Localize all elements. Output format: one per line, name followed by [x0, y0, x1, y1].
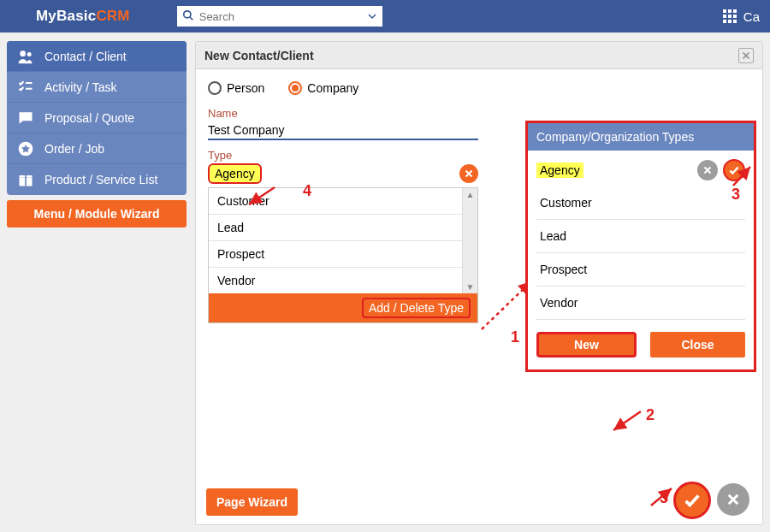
users-icon — [17, 48, 34, 65]
menu-module-wizard-button[interactable]: Menu / Module Wizard — [7, 200, 187, 228]
type-dropdown: Customer Lead Prospect Vendor ▲ ▼ Add / … — [208, 187, 478, 323]
svg-line-1 — [189, 17, 192, 21]
radio-icon — [208, 81, 222, 95]
sidebar-item-label: Activity / Task — [44, 80, 117, 94]
radio-company-label: Company — [307, 81, 358, 95]
search-input[interactable] — [177, 6, 382, 27]
types-popup-item[interactable]: Prospect — [536, 253, 745, 287]
radio-person-label: Person — [227, 81, 264, 95]
search-icon — [182, 9, 194, 24]
type-dropdown-list: Customer Lead Prospect Vendor — [209, 188, 462, 293]
close-icon — [702, 165, 713, 175]
sidebar-item-label: Proposal / Quote — [44, 111, 134, 125]
add-delete-type-button[interactable]: Add / Delete Type — [209, 293, 477, 322]
sidebar-item-activity[interactable]: Activity / Task — [7, 72, 187, 103]
radio-icon — [288, 81, 302, 95]
dropdown-item[interactable]: Customer — [209, 188, 462, 215]
arrow-annotation-5 — [648, 483, 677, 509]
form-body: Person Company Name Type Agency — [196, 69, 762, 375]
types-popup-item[interactable]: Vendor — [536, 287, 745, 320]
svg-point-2 — [20, 50, 26, 56]
types-close-button[interactable]: Close — [650, 332, 745, 358]
app-logo: MyBasicCRM — [36, 8, 130, 25]
close-icon — [726, 492, 741, 507]
global-search[interactable] — [177, 6, 382, 27]
topbar-right: Ca — [723, 9, 760, 24]
chevron-down-icon[interactable] — [367, 10, 377, 24]
types-popup-item[interactable]: Customer — [536, 186, 745, 220]
annotation-1: 1 — [511, 328, 519, 346]
entity-type-radio-group: Person Company — [208, 81, 750, 95]
apps-grid-icon[interactable] — [723, 9, 737, 23]
checklist-icon — [17, 79, 34, 96]
svg-point-3 — [27, 52, 32, 56]
triangle-down-icon: ▼ — [466, 282, 475, 292]
sidebar-item-product[interactable]: Product / Service List — [7, 164, 187, 195]
types-popup-item[interactable]: Lead — [536, 220, 745, 253]
form-header: New Contact/Client — [196, 42, 762, 69]
left-sidebar: Contact / Client Activity / Task Proposa… — [0, 33, 193, 532]
types-new-button[interactable]: New — [536, 332, 637, 358]
add-delete-type-label: Add / Delete Type — [362, 298, 471, 318]
dropdown-scrollbar[interactable]: ▲ ▼ — [462, 188, 477, 293]
main-panel: New Contact/Client Person Company Name T… — [195, 41, 763, 525]
name-input[interactable] — [208, 121, 478, 140]
page-wizard-button[interactable]: Page Wizard — [206, 488, 298, 516]
gift-icon — [17, 171, 34, 188]
topbar-right-text: Ca — [743, 9, 760, 24]
triangle-up-icon: ▲ — [466, 190, 475, 199]
types-popup-cancel-button[interactable] — [697, 160, 718, 180]
menu-wizard-label: Menu / Module Wizard — [34, 207, 160, 221]
sidebar-item-label: Order / Job — [44, 142, 104, 156]
sidebar-item-order[interactable]: Order / Job — [7, 133, 187, 164]
types-popup-title: Company/Organization Types — [528, 123, 754, 151]
svg-line-22 — [651, 488, 672, 505]
radio-company[interactable]: Company — [288, 81, 358, 95]
types-popup-input[interactable]: Agency — [536, 163, 583, 178]
arrow-annotation-2 — [608, 406, 646, 435]
page-wizard-label: Page Wizard — [216, 495, 287, 509]
annotation-2: 2 — [646, 406, 654, 424]
form-close-button[interactable] — [738, 48, 754, 63]
close-icon — [464, 168, 474, 179]
types-popup-input-row: Agency — [536, 159, 745, 181]
star-circle-icon — [17, 140, 34, 157]
types-popup: Company/Organization Types Agency Custom… — [525, 121, 756, 372]
logo-part2: CRM — [96, 8, 129, 24]
sidebar-item-contact[interactable]: Contact / Client — [7, 41, 187, 72]
form-title: New Contact/Client — [204, 49, 314, 62]
dropdown-item[interactable]: Vendor — [209, 268, 462, 293]
topbar: MyBasicCRM Ca — [0, 0, 770, 33]
annotation-5: 5 — [660, 489, 668, 507]
types-popup-confirm-button[interactable] — [723, 159, 745, 181]
form-cancel-button[interactable] — [717, 483, 749, 516]
types-close-label: Close — [681, 338, 714, 352]
types-popup-footer: New Close — [528, 323, 754, 369]
dropdown-item[interactable]: Lead — [209, 215, 462, 241]
types-new-label: New — [574, 338, 599, 352]
radio-person[interactable]: Person — [208, 81, 264, 95]
sidebar-item-label: Product / Service List — [44, 173, 157, 186]
dropdown-item[interactable]: Prospect — [209, 241, 462, 268]
chat-icon — [17, 109, 34, 127]
close-icon — [741, 50, 751, 61]
type-clear-button[interactable] — [459, 164, 478, 183]
logo-part1: MyBasic — [36, 8, 96, 24]
check-icon — [683, 491, 702, 510]
sidebar-panel: Contact / Client Activity / Task Proposa… — [7, 41, 187, 195]
type-input[interactable]: Agency — [208, 163, 262, 184]
name-field-label: Name — [208, 107, 750, 120]
check-icon — [728, 164, 740, 176]
sidebar-item-proposal[interactable]: Proposal / Quote — [7, 103, 187, 133]
svg-point-0 — [183, 11, 190, 18]
sidebar-item-label: Contact / Client — [44, 50, 127, 63]
svg-line-18 — [613, 411, 641, 430]
form-save-button[interactable] — [673, 482, 711, 519]
